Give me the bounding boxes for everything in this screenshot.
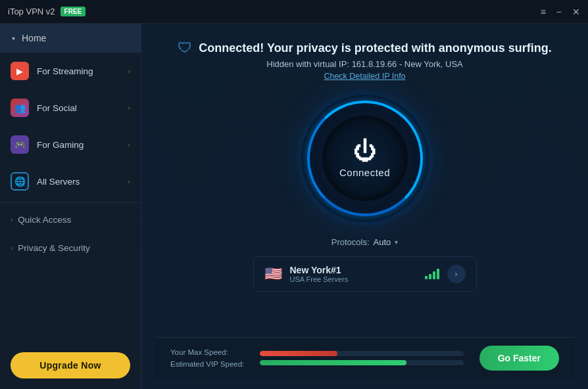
- speed-row: Your Max Speed: Estimated VIP Speed: Go …: [155, 337, 575, 378]
- menu-icon[interactable]: ≡: [541, 7, 546, 17]
- close-icon[interactable]: ✕: [572, 7, 580, 17]
- speed-labels: Your Max Speed: Estimated VIP Speed:: [170, 348, 244, 368]
- title-bar-controls: ≡ − ✕: [541, 7, 580, 17]
- sidebar-item-servers[interactable]: 🌐 All Servers ›: [0, 163, 141, 200]
- main-layout: ▾ Home ▶ For Streaming › 👥 For Social › …: [0, 24, 588, 389]
- max-speed-label: Your Max Speed:: [170, 348, 244, 356]
- sidebar-item-gaming[interactable]: 🎮 For Gaming ›: [0, 126, 141, 163]
- power-circle-bg: ⏻ Connected: [299, 93, 431, 224]
- max-speed-fill: [260, 351, 337, 356]
- gaming-label: For Gaming: [37, 140, 128, 150]
- home-label: Home: [22, 33, 46, 43]
- sidebar: ▾ Home ▶ For Streaming › 👥 For Social › …: [0, 24, 141, 389]
- title-bar-left: iTop VPN v2 FREE: [8, 7, 86, 16]
- sidebar-section-privacy[interactable]: › Privacy & Security: [0, 234, 141, 262]
- server-name: New York#1: [290, 265, 417, 275]
- signal-bar-4: [437, 269, 439, 279]
- chevron-down-protocols-icon: ▾: [395, 239, 398, 246]
- minimize-icon[interactable]: −: [556, 7, 562, 17]
- chevron-right-icon: ›: [128, 141, 130, 149]
- hidden-ip-value: 161.8.19.66 - New York, USA: [352, 59, 463, 69]
- upgrade-now-button[interactable]: Upgrade Now: [11, 352, 130, 378]
- server-next-button[interactable]: ›: [447, 265, 466, 283]
- server-info: New York#1 USA Free Servers: [290, 265, 417, 283]
- vip-speed-fill: [260, 360, 406, 365]
- streaming-icon: ▶: [11, 62, 29, 80]
- flag-icon: 🇺🇸: [264, 265, 282, 283]
- power-button-container[interactable]: ⏻ Connected: [299, 93, 431, 224]
- server-type: USA Free Servers: [290, 275, 417, 283]
- privacy-label: Privacy & Security: [18, 243, 90, 253]
- sidebar-item-social[interactable]: 👥 For Social ›: [0, 89, 141, 126]
- hidden-ip-row: Hidden with virtual IP: 161.8.19.66 - Ne…: [266, 59, 462, 69]
- quick-access-label: Quick Access: [18, 215, 71, 225]
- sidebar-home-item[interactable]: ▾ Home: [0, 24, 141, 53]
- connected-banner: 🛡 Connected! Your privacy is protected w…: [178, 39, 551, 57]
- chevron-right-icon: ›: [128, 67, 130, 75]
- vip-speed-track: [260, 360, 463, 365]
- streaming-label: For Streaming: [37, 66, 128, 76]
- hidden-ip-label: Hidden with virtual IP:: [266, 59, 349, 69]
- chevron-right-icon: ›: [128, 104, 130, 112]
- sidebar-divider: [0, 202, 141, 203]
- signal-bar-3: [433, 271, 435, 279]
- servers-icon: 🌐: [11, 172, 29, 191]
- signal-bar-1: [425, 276, 428, 279]
- max-speed-track: [260, 351, 463, 356]
- content-area: 🛡 Connected! Your privacy is protected w…: [141, 24, 588, 389]
- chevron-down-icon: ▾: [12, 35, 15, 42]
- sidebar-section-quick-access[interactable]: › Quick Access: [0, 206, 141, 234]
- protocols-row[interactable]: Protocols: Auto ▾: [331, 237, 399, 247]
- app-title: iTop VPN v2: [8, 7, 55, 16]
- go-faster-button[interactable]: Go Faster: [479, 346, 559, 371]
- check-ip-link[interactable]: Check Detailed IP Info: [324, 72, 405, 81]
- chevron-right-icon: ›: [128, 177, 130, 185]
- signal-bar-2: [429, 274, 431, 279]
- chevron-right-sm-icon: ›: [11, 216, 12, 223]
- server-row[interactable]: 🇺🇸 New York#1 USA Free Servers ›: [253, 256, 477, 292]
- servers-label: All Servers: [37, 177, 128, 187]
- signal-bars: [425, 269, 439, 279]
- power-ring: [307, 101, 423, 216]
- sidebar-item-streaming[interactable]: ▶ For Streaming ›: [0, 53, 141, 89]
- chevron-right-sm-icon: ›: [11, 244, 12, 252]
- free-badge: FREE: [61, 7, 86, 16]
- sidebar-upgrade-area: Upgrade Now: [0, 342, 141, 389]
- social-label: For Social: [37, 103, 128, 113]
- shield-icon: 🛡: [178, 39, 192, 57]
- title-bar: iTop VPN v2 FREE ≡ − ✕: [0, 0, 588, 24]
- speed-bars: [260, 351, 463, 365]
- connected-message: Connected! Your privacy is protected wit…: [199, 41, 551, 55]
- vip-speed-label: Estimated VIP Speed:: [170, 360, 244, 368]
- protocols-label: Protocols:: [331, 237, 370, 247]
- gaming-icon: 🎮: [11, 135, 29, 154]
- protocols-value: Auto: [374, 237, 391, 247]
- social-icon: 👥: [11, 99, 29, 117]
